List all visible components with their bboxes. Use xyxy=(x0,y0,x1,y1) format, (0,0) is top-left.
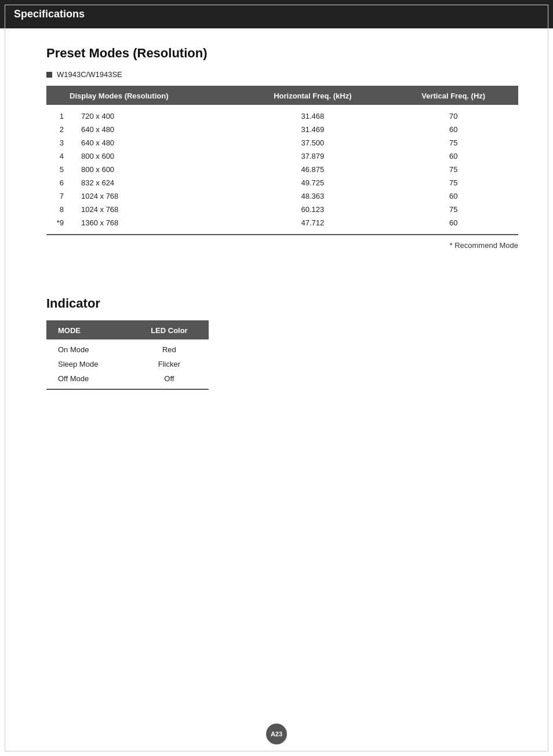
indicator-header-row: MODE LED Color xyxy=(46,321,209,339)
row-resolution: 1024 x 768 xyxy=(75,189,237,203)
table-row: 1 720 x 400 31.468 70 xyxy=(46,105,518,123)
list-item: Sleep Mode Flicker xyxy=(46,357,209,371)
indicator-mode: On Mode xyxy=(46,339,130,357)
row-v-freq: 75 xyxy=(388,203,518,216)
row-v-freq: 60 xyxy=(388,189,518,203)
row-v-freq: 75 xyxy=(388,176,518,189)
col-display-modes: Display Modes (Resolution) xyxy=(46,86,237,105)
model-label: W1943C/W1943SE xyxy=(46,70,518,79)
row-v-freq: 70 xyxy=(388,105,518,123)
resolution-table: Display Modes (Resolution) Horizontal Fr… xyxy=(46,86,518,235)
row-h-freq: 60.123 xyxy=(237,203,388,216)
indicator-col-led: LED Color xyxy=(130,321,209,339)
recommend-note: * Recommend Mode xyxy=(46,241,518,250)
row-h-freq: 37.500 xyxy=(237,136,388,149)
row-num: 1 xyxy=(46,105,75,123)
row-num: 5 xyxy=(46,163,75,176)
page-title: Specifications xyxy=(14,8,85,20)
row-h-freq: 47.712 xyxy=(237,216,388,235)
indicator-led-color: Red xyxy=(130,339,209,357)
indicator-section: Indicator MODE LED Color On Mode Red Sle… xyxy=(46,296,518,390)
row-resolution: 800 x 600 xyxy=(75,163,237,176)
row-h-freq: 31.468 xyxy=(237,105,388,123)
preset-modes-section: Preset Modes (Resolution) W1943C/W1943SE… xyxy=(46,46,518,250)
col-v-freq: Vertical Freq. (Hz) xyxy=(388,86,518,105)
row-resolution: 832 x 624 xyxy=(75,176,237,189)
row-v-freq: 60 xyxy=(388,123,518,136)
page-badge: A23 xyxy=(266,724,287,744)
indicator-title: Indicator xyxy=(46,296,518,311)
content-area: Preset Modes (Resolution) W1943C/W1943SE… xyxy=(0,28,553,425)
row-num: 6 xyxy=(46,176,75,189)
table-row: 5 800 x 600 46.875 75 xyxy=(46,163,518,176)
resolution-table-header-row: Display Modes (Resolution) Horizontal Fr… xyxy=(46,86,518,105)
row-num: 2 xyxy=(46,123,75,136)
table-row: 3 640 x 480 37.500 75 xyxy=(46,136,518,149)
row-h-freq: 46.875 xyxy=(237,163,388,176)
list-item: Off Mode Off xyxy=(46,371,209,389)
row-v-freq: 75 xyxy=(388,136,518,149)
page-badge-text: A23 xyxy=(271,731,282,737)
model-label-text: W1943C/W1943SE xyxy=(57,70,122,79)
table-row: 8 1024 x 768 60.123 75 xyxy=(46,203,518,216)
table-row: 7 1024 x 768 48.363 60 xyxy=(46,189,518,203)
row-resolution: 1360 x 768 xyxy=(75,216,237,235)
preset-modes-title: Preset Modes (Resolution) xyxy=(46,46,518,61)
row-h-freq: 37.879 xyxy=(237,149,388,163)
table-row: 4 800 x 600 37.879 60 xyxy=(46,149,518,163)
table-row: *9 1360 x 768 47.712 60 xyxy=(46,216,518,235)
table-row: 6 832 x 624 49.725 75 xyxy=(46,176,518,189)
row-h-freq: 48.363 xyxy=(237,189,388,203)
row-resolution: 640 x 480 xyxy=(75,123,237,136)
row-num: 8 xyxy=(46,203,75,216)
row-v-freq: 60 xyxy=(388,216,518,235)
row-h-freq: 49.725 xyxy=(237,176,388,189)
row-h-freq: 31.469 xyxy=(237,123,388,136)
row-resolution: 1024 x 768 xyxy=(75,203,237,216)
header-bar: Specifications xyxy=(0,0,553,28)
indicator-led-color: Off xyxy=(130,371,209,389)
indicator-mode: Sleep Mode xyxy=(46,357,130,371)
table-row: 2 640 x 480 31.469 60 xyxy=(46,123,518,136)
indicator-table: MODE LED Color On Mode Red Sleep Mode Fl… xyxy=(46,320,209,390)
row-v-freq: 75 xyxy=(388,163,518,176)
row-num: 7 xyxy=(46,189,75,203)
row-resolution: 800 x 600 xyxy=(75,149,237,163)
row-num: 3 xyxy=(46,136,75,149)
indicator-led-color: Flicker xyxy=(130,357,209,371)
row-resolution: 720 x 400 xyxy=(75,105,237,123)
indicator-mode: Off Mode xyxy=(46,371,130,389)
row-v-freq: 60 xyxy=(388,149,518,163)
row-resolution: 640 x 480 xyxy=(75,136,237,149)
row-num: *9 xyxy=(46,216,75,235)
list-item: On Mode Red xyxy=(46,339,209,357)
row-num: 4 xyxy=(46,149,75,163)
col-h-freq: Horizontal Freq. (kHz) xyxy=(237,86,388,105)
indicator-col-mode: MODE xyxy=(46,321,130,339)
